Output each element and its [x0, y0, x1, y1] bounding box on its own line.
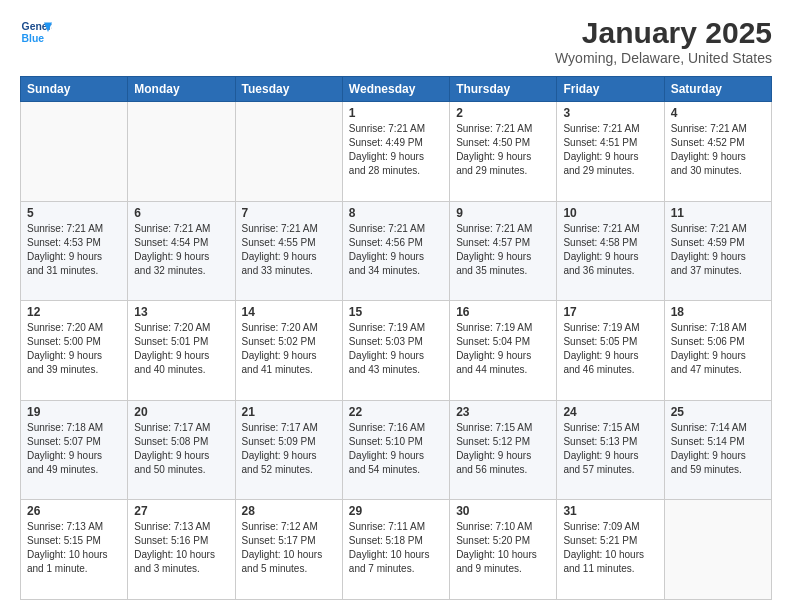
calendar-cell: 30Sunrise: 7:10 AMSunset: 5:20 PMDayligh…	[450, 500, 557, 600]
calendar-cell: 14Sunrise: 7:20 AMSunset: 5:02 PMDayligh…	[235, 301, 342, 401]
day-info: Sunrise: 7:18 AMSunset: 5:07 PMDaylight:…	[27, 421, 121, 477]
day-info: Sunrise: 7:17 AMSunset: 5:08 PMDaylight:…	[134, 421, 228, 477]
day-info: Sunrise: 7:21 AMSunset: 4:52 PMDaylight:…	[671, 122, 765, 178]
calendar-week-3: 19Sunrise: 7:18 AMSunset: 5:07 PMDayligh…	[21, 400, 772, 500]
col-header-wednesday: Wednesday	[342, 77, 449, 102]
calendar-cell	[235, 102, 342, 202]
calendar-cell: 1Sunrise: 7:21 AMSunset: 4:49 PMDaylight…	[342, 102, 449, 202]
calendar-cell: 3Sunrise: 7:21 AMSunset: 4:51 PMDaylight…	[557, 102, 664, 202]
day-info: Sunrise: 7:19 AMSunset: 5:03 PMDaylight:…	[349, 321, 443, 377]
calendar-header-row: SundayMondayTuesdayWednesdayThursdayFrid…	[21, 77, 772, 102]
day-info: Sunrise: 7:15 AMSunset: 5:12 PMDaylight:…	[456, 421, 550, 477]
calendar-cell: 17Sunrise: 7:19 AMSunset: 5:05 PMDayligh…	[557, 301, 664, 401]
day-number: 24	[563, 405, 657, 419]
calendar-week-1: 5Sunrise: 7:21 AMSunset: 4:53 PMDaylight…	[21, 201, 772, 301]
calendar-cell: 24Sunrise: 7:15 AMSunset: 5:13 PMDayligh…	[557, 400, 664, 500]
day-number: 11	[671, 206, 765, 220]
calendar-cell: 4Sunrise: 7:21 AMSunset: 4:52 PMDaylight…	[664, 102, 771, 202]
day-number: 4	[671, 106, 765, 120]
day-info: Sunrise: 7:21 AMSunset: 4:59 PMDaylight:…	[671, 222, 765, 278]
calendar-cell: 22Sunrise: 7:16 AMSunset: 5:10 PMDayligh…	[342, 400, 449, 500]
calendar-cell: 15Sunrise: 7:19 AMSunset: 5:03 PMDayligh…	[342, 301, 449, 401]
day-number: 31	[563, 504, 657, 518]
calendar-cell: 28Sunrise: 7:12 AMSunset: 5:17 PMDayligh…	[235, 500, 342, 600]
day-info: Sunrise: 7:15 AMSunset: 5:13 PMDaylight:…	[563, 421, 657, 477]
day-number: 5	[27, 206, 121, 220]
calendar-cell: 25Sunrise: 7:14 AMSunset: 5:14 PMDayligh…	[664, 400, 771, 500]
calendar-table: SundayMondayTuesdayWednesdayThursdayFrid…	[20, 76, 772, 600]
day-number: 12	[27, 305, 121, 319]
day-info: Sunrise: 7:21 AMSunset: 4:55 PMDaylight:…	[242, 222, 336, 278]
calendar-cell: 18Sunrise: 7:18 AMSunset: 5:06 PMDayligh…	[664, 301, 771, 401]
col-header-thursday: Thursday	[450, 77, 557, 102]
day-info: Sunrise: 7:12 AMSunset: 5:17 PMDaylight:…	[242, 520, 336, 576]
calendar-cell: 20Sunrise: 7:17 AMSunset: 5:08 PMDayligh…	[128, 400, 235, 500]
day-info: Sunrise: 7:21 AMSunset: 4:50 PMDaylight:…	[456, 122, 550, 178]
day-number: 13	[134, 305, 228, 319]
day-number: 17	[563, 305, 657, 319]
day-number: 18	[671, 305, 765, 319]
calendar-week-2: 12Sunrise: 7:20 AMSunset: 5:00 PMDayligh…	[21, 301, 772, 401]
day-info: Sunrise: 7:21 AMSunset: 4:53 PMDaylight:…	[27, 222, 121, 278]
day-number: 25	[671, 405, 765, 419]
calendar-cell: 5Sunrise: 7:21 AMSunset: 4:53 PMDaylight…	[21, 201, 128, 301]
calendar-cell: 6Sunrise: 7:21 AMSunset: 4:54 PMDaylight…	[128, 201, 235, 301]
day-info: Sunrise: 7:11 AMSunset: 5:18 PMDaylight:…	[349, 520, 443, 576]
day-info: Sunrise: 7:17 AMSunset: 5:09 PMDaylight:…	[242, 421, 336, 477]
day-number: 9	[456, 206, 550, 220]
main-title: January 2025	[555, 16, 772, 50]
calendar-cell: 7Sunrise: 7:21 AMSunset: 4:55 PMDaylight…	[235, 201, 342, 301]
day-info: Sunrise: 7:20 AMSunset: 5:02 PMDaylight:…	[242, 321, 336, 377]
day-info: Sunrise: 7:14 AMSunset: 5:14 PMDaylight:…	[671, 421, 765, 477]
day-number: 19	[27, 405, 121, 419]
calendar-cell: 12Sunrise: 7:20 AMSunset: 5:00 PMDayligh…	[21, 301, 128, 401]
day-number: 16	[456, 305, 550, 319]
calendar-cell: 10Sunrise: 7:21 AMSunset: 4:58 PMDayligh…	[557, 201, 664, 301]
calendar-cell: 11Sunrise: 7:21 AMSunset: 4:59 PMDayligh…	[664, 201, 771, 301]
logo-icon: General Blue	[20, 16, 52, 48]
title-block: January 2025 Wyoming, Delaware, United S…	[555, 16, 772, 66]
day-info: Sunrise: 7:16 AMSunset: 5:10 PMDaylight:…	[349, 421, 443, 477]
col-header-sunday: Sunday	[21, 77, 128, 102]
day-number: 26	[27, 504, 121, 518]
day-number: 14	[242, 305, 336, 319]
day-info: Sunrise: 7:20 AMSunset: 5:00 PMDaylight:…	[27, 321, 121, 377]
calendar-cell	[21, 102, 128, 202]
day-number: 28	[242, 504, 336, 518]
day-number: 7	[242, 206, 336, 220]
day-number: 10	[563, 206, 657, 220]
calendar-cell: 26Sunrise: 7:13 AMSunset: 5:15 PMDayligh…	[21, 500, 128, 600]
day-number: 30	[456, 504, 550, 518]
day-number: 1	[349, 106, 443, 120]
calendar-cell: 13Sunrise: 7:20 AMSunset: 5:01 PMDayligh…	[128, 301, 235, 401]
col-header-saturday: Saturday	[664, 77, 771, 102]
day-number: 20	[134, 405, 228, 419]
day-number: 8	[349, 206, 443, 220]
calendar-cell: 21Sunrise: 7:17 AMSunset: 5:09 PMDayligh…	[235, 400, 342, 500]
day-number: 6	[134, 206, 228, 220]
day-number: 29	[349, 504, 443, 518]
day-number: 21	[242, 405, 336, 419]
calendar-cell: 2Sunrise: 7:21 AMSunset: 4:50 PMDaylight…	[450, 102, 557, 202]
day-info: Sunrise: 7:18 AMSunset: 5:06 PMDaylight:…	[671, 321, 765, 377]
header: General Blue January 2025 Wyoming, Delaw…	[20, 16, 772, 66]
page: General Blue January 2025 Wyoming, Delaw…	[0, 0, 792, 612]
day-number: 27	[134, 504, 228, 518]
day-info: Sunrise: 7:20 AMSunset: 5:01 PMDaylight:…	[134, 321, 228, 377]
day-info: Sunrise: 7:19 AMSunset: 5:05 PMDaylight:…	[563, 321, 657, 377]
day-info: Sunrise: 7:21 AMSunset: 4:51 PMDaylight:…	[563, 122, 657, 178]
day-info: Sunrise: 7:10 AMSunset: 5:20 PMDaylight:…	[456, 520, 550, 576]
logo: General Blue	[20, 16, 52, 48]
day-info: Sunrise: 7:19 AMSunset: 5:04 PMDaylight:…	[456, 321, 550, 377]
col-header-friday: Friday	[557, 77, 664, 102]
calendar-week-4: 26Sunrise: 7:13 AMSunset: 5:15 PMDayligh…	[21, 500, 772, 600]
day-info: Sunrise: 7:13 AMSunset: 5:16 PMDaylight:…	[134, 520, 228, 576]
day-info: Sunrise: 7:21 AMSunset: 4:56 PMDaylight:…	[349, 222, 443, 278]
day-number: 23	[456, 405, 550, 419]
day-number: 22	[349, 405, 443, 419]
calendar-cell: 27Sunrise: 7:13 AMSunset: 5:16 PMDayligh…	[128, 500, 235, 600]
day-number: 3	[563, 106, 657, 120]
day-info: Sunrise: 7:21 AMSunset: 4:58 PMDaylight:…	[563, 222, 657, 278]
day-info: Sunrise: 7:13 AMSunset: 5:15 PMDaylight:…	[27, 520, 121, 576]
calendar-cell	[128, 102, 235, 202]
